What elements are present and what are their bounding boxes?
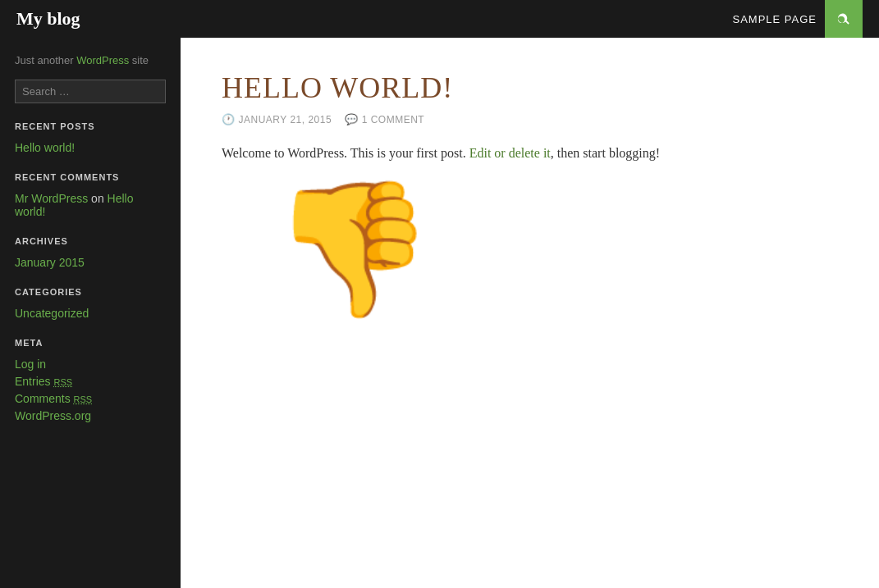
entries-rss-abbr: RSS	[53, 377, 72, 387]
recent-comments-title: RECENT COMMENTS	[15, 172, 166, 182]
edit-or-delete-link[interactable]: Edit or delete it	[469, 146, 551, 160]
search-icon	[836, 11, 851, 26]
main-content: HELLO WORLD! 🕐 JANUARY 21, 2015 💬 1 COMM…	[181, 38, 879, 588]
categories-title: CATEGORIES	[15, 287, 166, 297]
archive-link-0[interactable]: January 2015	[15, 256, 166, 269]
sidebar-recent-posts: RECENT POSTS Hello world!	[15, 121, 166, 154]
sidebar-meta: META Log in Entries RSS Comments RSS Wor…	[15, 338, 166, 422]
header-nav: SAMPLE PAGE	[732, 0, 863, 38]
header-search-button[interactable]	[825, 0, 863, 38]
nav-sample-page[interactable]: SAMPLE PAGE	[732, 13, 817, 25]
meta-entries-rss-link[interactable]: Entries RSS	[15, 375, 166, 388]
meta-wordpress-org-link[interactable]: WordPress.org	[15, 409, 166, 422]
sidebar-tagline: Just another WordPress site	[15, 54, 166, 66]
sidebar-archives: ARCHIVES January 2015	[15, 236, 166, 269]
archives-title: ARCHIVES	[15, 236, 166, 246]
sidebar-comment-0: Mr WordPress on Hello world!	[15, 192, 166, 218]
sidebar-categories: CATEGORIES Uncategorized	[15, 287, 166, 320]
post-comments: 💬 1 COMMENT	[345, 113, 424, 125]
post-comments-link[interactable]: 1 COMMENT	[362, 114, 425, 125]
post-body: Welcome to WordPress. This is your first…	[222, 142, 838, 164]
sidebar: Just another WordPress site RECENT POSTS…	[0, 38, 181, 588]
meta-login-link[interactable]: Log in	[15, 358, 166, 371]
comment-icon: 💬	[345, 113, 359, 125]
recent-posts-title: RECENT POSTS	[15, 121, 166, 131]
post-title: HELLO WORLD!	[222, 71, 838, 105]
meta-title: META	[15, 338, 166, 348]
recent-post-link-0[interactable]: Hello world!	[15, 141, 166, 154]
category-link-0[interactable]: Uncategorized	[15, 307, 166, 320]
clock-icon: 🕐	[222, 113, 236, 125]
sidebar-search-section	[15, 80, 166, 103]
post-date: 🕐 JANUARY 21, 2015	[222, 113, 332, 125]
meta-comments-rss-link[interactable]: Comments RSS	[15, 392, 166, 405]
sidebar-recent-comments: RECENT COMMENTS Mr WordPress on Hello wo…	[15, 172, 166, 218]
blog-post: HELLO WORLD! 🕐 JANUARY 21, 2015 💬 1 COMM…	[222, 71, 838, 315]
site-title[interactable]: My blog	[16, 8, 80, 30]
site-body: Just another WordPress site RECENT POSTS…	[0, 38, 879, 588]
search-input[interactable]	[15, 80, 166, 103]
thumbs-down-emoji: 👎	[271, 184, 838, 315]
site-header: My blog SAMPLE PAGE	[0, 0, 879, 38]
comment-author-link[interactable]: Mr WordPress	[15, 192, 88, 205]
comments-rss-abbr: RSS	[74, 394, 93, 404]
post-date-link[interactable]: JANUARY 21, 2015	[239, 114, 332, 125]
comment-connector: on	[91, 192, 107, 205]
sidebar-tagline-highlight: WordPress	[76, 54, 129, 66]
post-meta: 🕐 JANUARY 21, 2015 💬 1 COMMENT	[222, 113, 838, 125]
